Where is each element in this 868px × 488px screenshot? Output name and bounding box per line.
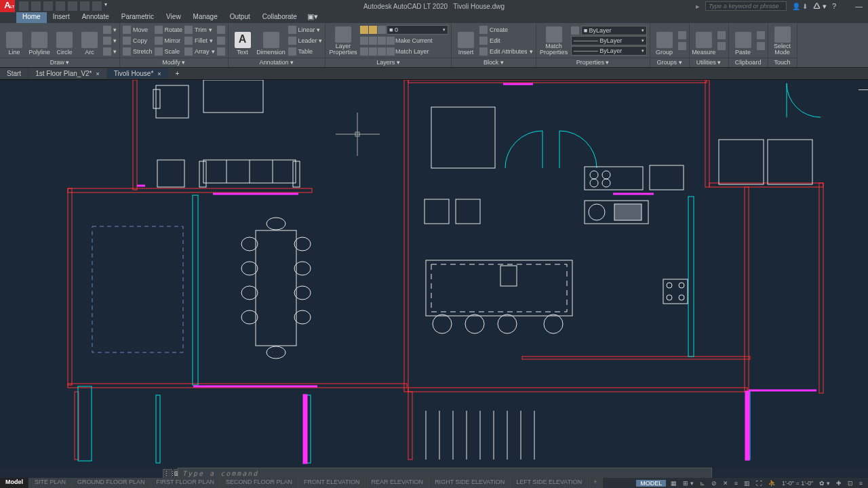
tab-annotate[interactable]: Annotate <box>76 12 115 23</box>
minimize-icon[interactable]: — <box>855 2 863 10</box>
transparency-icon[interactable]: ▥ <box>743 480 751 487</box>
create-block-button[interactable]: Create <box>479 24 533 35</box>
text-button[interactable]: AText <box>231 24 254 56</box>
erase-icon[interactable] <box>217 47 225 56</box>
color-selector[interactable]: ■ ByLayer <box>581 26 647 35</box>
layer-off-icon[interactable] <box>369 37 377 45</box>
panel-title-draw[interactable]: Draw ▾ <box>0 58 119 67</box>
polar-icon[interactable]: ⊘ <box>710 480 718 487</box>
layout-tab[interactable]: FRONT ELEVATION <box>298 478 366 488</box>
doc-tab-start[interactable]: Start <box>0 68 28 79</box>
layout-tab[interactable]: SECOND FLOOR PLAN <box>220 478 298 488</box>
offset-icon[interactable] <box>217 37 225 45</box>
search-input[interactable] <box>705 1 787 11</box>
match-layer-button[interactable]: Match Layer <box>395 48 429 55</box>
model-badge[interactable]: MODEL <box>636 480 666 487</box>
layer-match-icon[interactable] <box>387 37 395 45</box>
lineweight-selector[interactable]: ———— ByLayer <box>571 36 647 45</box>
tab-view[interactable]: View <box>160 12 187 23</box>
layout-tab[interactable]: REAR ELEVATION <box>366 478 429 488</box>
explode-icon[interactable] <box>217 26 225 34</box>
ortho-icon[interactable]: ⊾ <box>698 480 707 487</box>
linear-button[interactable]: Linear ▾ <box>288 24 323 35</box>
gear-icon[interactable]: ✿ ▾ <box>818 480 831 487</box>
panel-title-groups[interactable]: Groups ▾ <box>650 58 689 67</box>
draw-misc-icon[interactable] <box>103 26 111 34</box>
layout-tab[interactable]: SITE PLAN <box>29 478 72 488</box>
customize-icon[interactable]: ⊡ <box>846 480 854 487</box>
color-icon[interactable] <box>571 26 579 35</box>
help-dropdown-icon[interactable]: 🛆 ▾ <box>813 2 827 11</box>
measure-button[interactable]: Measure <box>692 24 715 56</box>
grid-icon[interactable]: ▦ <box>669 480 678 487</box>
qat-undo-icon[interactable] <box>80 1 90 11</box>
lineweight-icon[interactable]: ≡ <box>733 480 739 487</box>
close-icon[interactable]: × <box>96 70 100 77</box>
tab-parametric[interactable]: Parametric <box>115 12 160 23</box>
layer-iso-icon[interactable] <box>360 37 368 45</box>
ungroup-icon[interactable] <box>678 31 686 39</box>
units-icon[interactable]: ✚ <box>835 480 843 487</box>
snap-icon[interactable]: ⊞ ▾ <box>682 480 695 487</box>
group-edit-icon[interactable] <box>678 42 686 50</box>
dimension-button[interactable]: Dimension <box>256 24 286 56</box>
osnap-icon[interactable]: ✕ <box>722 480 730 487</box>
match-properties-button[interactable]: Match Properties <box>539 24 569 56</box>
hatch-icon[interactable] <box>103 37 111 45</box>
drawing-canvas[interactable]: — <box>0 80 868 468</box>
scale-button[interactable]: Scale <box>155 46 183 56</box>
layer-freeze-icon[interactable] <box>369 26 377 34</box>
new-tab-button[interactable]: + <box>169 68 186 79</box>
tab-output[interactable]: Output <box>224 12 256 23</box>
tab-insert[interactable]: Insert <box>47 12 76 23</box>
layout-tab[interactable]: RIGHT SIDE ELEVATION <box>429 478 511 488</box>
util-icon[interactable] <box>717 31 726 39</box>
tab-home[interactable]: Home <box>16 12 47 23</box>
close-icon[interactable]: × <box>157 70 161 77</box>
cut-icon[interactable] <box>757 31 765 39</box>
qat-redo-icon[interactable] <box>92 1 102 11</box>
layer-properties-button[interactable]: Layer Properties <box>328 24 358 56</box>
qat-saveas-icon[interactable] <box>56 1 65 11</box>
edit-attributes-button[interactable]: Edit Attributes▾ <box>479 46 533 56</box>
line-button[interactable]: Line <box>3 24 26 56</box>
panel-title-layers[interactable]: Layers ▾ <box>326 58 451 67</box>
qat-plot-icon[interactable] <box>68 1 77 11</box>
array-button[interactable]: Array▾ <box>184 46 215 56</box>
layout-tab[interactable]: LEFT SIDE ELEVATION <box>511 478 588 488</box>
fillet-button[interactable]: Fillet▾ <box>184 35 215 45</box>
region-icon[interactable] <box>103 47 111 56</box>
copy-clip-icon[interactable] <box>757 42 765 50</box>
layout-tab[interactable]: GROUND FLOOR PLAN <box>72 478 151 488</box>
layer-state-icon[interactable] <box>360 47 368 56</box>
trim-button[interactable]: Trim▾ <box>184 24 215 35</box>
qat-dropdown-icon[interactable]: ▾ <box>104 1 107 11</box>
make-current-button[interactable]: Make Current <box>395 37 433 44</box>
linetype-selector[interactable]: ———— ByLayer <box>571 46 647 56</box>
layer-merge-icon[interactable] <box>387 47 395 56</box>
circle-button[interactable]: Circle <box>53 24 76 56</box>
qat-save-icon[interactable] <box>43 1 53 11</box>
rotate-button[interactable]: Rotate <box>155 24 183 35</box>
calc-icon[interactable] <box>717 42 726 50</box>
panel-title-utilities[interactable]: Utilities ▾ <box>690 58 728 67</box>
layer-selector[interactable]: ■ 0 <box>387 25 448 35</box>
select-mode-button[interactable]: Select Mode <box>771 24 794 56</box>
doc-tab-file2[interactable]: Tivoli House*× <box>107 68 168 79</box>
qat-new-icon[interactable] <box>19 1 28 11</box>
panel-title-annotation[interactable]: Annotation ▾ <box>229 58 326 67</box>
menu-icon[interactable]: ≡ <box>858 480 864 487</box>
layer-sun-icon[interactable] <box>360 26 368 34</box>
command-line[interactable]: Type a command <box>178 468 712 479</box>
qat-open-icon[interactable] <box>31 1 41 11</box>
help-icon[interactable]: ? <box>832 2 836 10</box>
table-button[interactable]: Table <box>288 46 323 56</box>
scale-readout[interactable]: 1'-0" = 1'-0" <box>781 480 814 487</box>
mirror-button[interactable]: Mirror <box>155 35 183 45</box>
layer-prev-icon[interactable] <box>378 47 386 56</box>
arc-button[interactable]: Arc <box>78 24 101 56</box>
tab-overflow-icon[interactable]: ▣▾ <box>307 12 318 23</box>
paste-button[interactable]: Paste <box>732 24 755 56</box>
polyline-button[interactable]: Polyline <box>28 24 51 56</box>
stretch-button[interactable]: Stretch <box>123 46 153 56</box>
